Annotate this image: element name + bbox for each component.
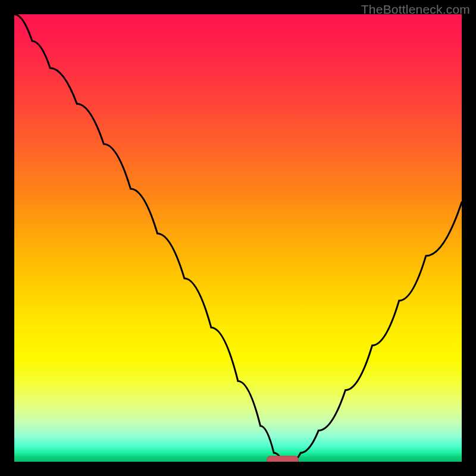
optimal-point-marker xyxy=(267,456,299,462)
bottleneck-curve xyxy=(14,14,462,462)
plot-area xyxy=(14,14,462,462)
outer-frame: TheBottleneck.com xyxy=(0,0,476,476)
